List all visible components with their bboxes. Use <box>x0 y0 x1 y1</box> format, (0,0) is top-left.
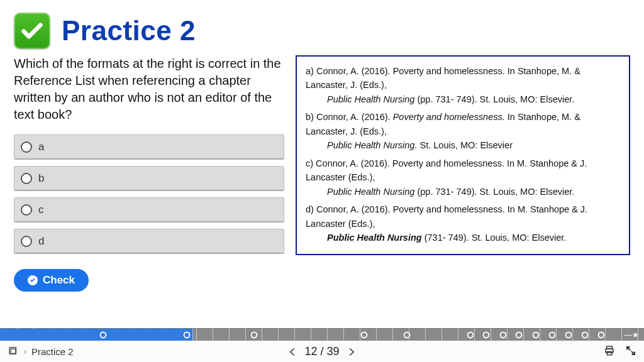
svg-rect-1 <box>11 349 16 354</box>
progress-marker-icon[interactable] <box>516 331 523 338</box>
question-text: Which of the formats at the right is cor… <box>14 55 284 123</box>
progress-marker-icon[interactable] <box>360 331 367 338</box>
progress-marker-icon[interactable] <box>565 331 572 338</box>
progress-marker-icon[interactable] <box>183 331 190 338</box>
option-b[interactable]: b <box>14 166 284 191</box>
radio-icon <box>21 204 32 216</box>
breadcrumb-sep-icon: › <box>24 348 26 356</box>
progress-marker-icon[interactable] <box>404 331 411 338</box>
option-label: b <box>38 172 44 185</box>
check-button[interactable]: Check <box>14 269 89 292</box>
progress-marker-icon[interactable] <box>99 331 106 338</box>
fullscreen-icon[interactable] <box>625 345 636 358</box>
outline-icon[interactable] <box>8 345 19 358</box>
progress-marker-icon[interactable] <box>483 331 490 338</box>
radio-icon <box>21 173 32 184</box>
progress-bar[interactable]: —★ <box>0 328 644 341</box>
progress-marker-icon[interactable] <box>467 331 474 338</box>
prev-button[interactable] <box>287 346 298 358</box>
progress-marker-icon[interactable] <box>598 331 605 338</box>
progress-marker-icon[interactable] <box>251 331 258 338</box>
option-label: d <box>38 235 44 248</box>
option-label: a <box>38 141 44 153</box>
reference-item-c: c) Connor, A. (2016). Poverty and homele… <box>306 156 620 199</box>
reference-item-b: b) Connor, A. (2016). Poverty and homele… <box>306 110 620 152</box>
option-a[interactable]: a <box>14 134 284 160</box>
checkmark-logo-icon <box>14 13 50 49</box>
progress-marker-icon[interactable] <box>581 331 588 338</box>
page-counter: 12 / 39 <box>304 345 339 358</box>
option-label: c <box>38 204 44 216</box>
check-button-label: Check <box>43 274 75 287</box>
reference-item-d: d) Connor, A. (2016). Poverty and homele… <box>306 202 620 244</box>
reference-box: a) Connor, A. (2016). Poverty and homele… <box>296 55 630 255</box>
progress-filled <box>0 329 193 341</box>
progress-end-icon: —★ <box>625 331 639 339</box>
progress-marker-icon[interactable] <box>499 331 506 338</box>
option-c[interactable]: c <box>14 197 284 222</box>
option-d[interactable]: d <box>14 229 284 254</box>
progress-marker-icon[interactable] <box>548 331 555 338</box>
reference-item-a: a) Connor, A. (2016). Poverty and homele… <box>306 64 620 106</box>
next-button[interactable] <box>346 346 357 358</box>
page-title: Practice 2 <box>62 15 196 47</box>
radio-icon <box>21 236 32 247</box>
progress-marker-icon[interactable] <box>532 331 539 338</box>
breadcrumb: Practice 2 <box>31 346 74 357</box>
radio-icon <box>21 141 32 153</box>
check-circle-icon <box>28 275 38 285</box>
print-icon[interactable] <box>604 345 615 358</box>
